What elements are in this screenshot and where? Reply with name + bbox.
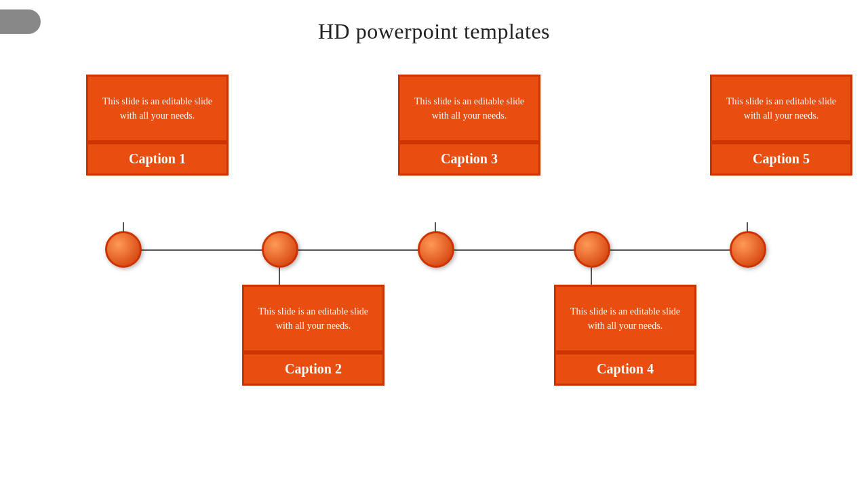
- item-3-caption: Caption 3: [441, 151, 498, 166]
- item-2-caption-box: Caption 2: [242, 352, 384, 386]
- item-4-text: This slide is an editable slide with all…: [566, 304, 685, 333]
- item-2-text-box: This slide is an editable slide with all…: [242, 285, 384, 352]
- item-5-text: This slide is an editable slide with all…: [722, 94, 841, 123]
- item-3-group: This slide is an editable slide with all…: [398, 75, 540, 176]
- top-tab: [0, 9, 41, 34]
- vline-bot-4: [591, 268, 592, 287]
- node-4: [574, 231, 610, 268]
- item-2-group: This slide is an editable slide with all…: [242, 285, 384, 386]
- item-1-caption: Caption 1: [129, 151, 186, 166]
- node-5: [730, 231, 766, 268]
- item-4-caption: Caption 4: [597, 361, 654, 376]
- item-3-caption-box: Caption 3: [398, 142, 540, 176]
- item-5-text-box: This slide is an editable slide with all…: [710, 75, 852, 142]
- item-4-caption-box: Caption 4: [554, 352, 696, 386]
- item-1-group: This slide is an editable slide with all…: [86, 75, 229, 176]
- item-5-group: This slide is an editable slide with all…: [710, 75, 852, 176]
- item-4-group: This slide is an editable slide with all…: [554, 285, 696, 386]
- item-1-caption-box: Caption 1: [86, 142, 229, 176]
- item-3-text: This slide is an editable slide with all…: [410, 94, 529, 123]
- item-2-caption: Caption 2: [285, 361, 342, 376]
- diagram-area: This slide is an editable slide with all…: [41, 75, 827, 461]
- item-1-text-box: This slide is an editable slide with all…: [86, 75, 229, 142]
- node-3: [418, 231, 454, 268]
- item-2-text: This slide is an editable slide with all…: [254, 304, 373, 333]
- item-5-caption: Caption 5: [753, 151, 810, 166]
- page-title: HD powerpoint templates: [0, 0, 868, 44]
- node-1: [105, 231, 142, 268]
- item-4-text-box: This slide is an editable slide with all…: [554, 285, 696, 352]
- node-2: [262, 231, 298, 268]
- vline-bot-2: [279, 268, 280, 287]
- item-3-text-box: This slide is an editable slide with all…: [398, 75, 540, 142]
- item-5-caption-box: Caption 5: [710, 142, 852, 176]
- item-1-text: This slide is an editable slide with all…: [98, 94, 217, 123]
